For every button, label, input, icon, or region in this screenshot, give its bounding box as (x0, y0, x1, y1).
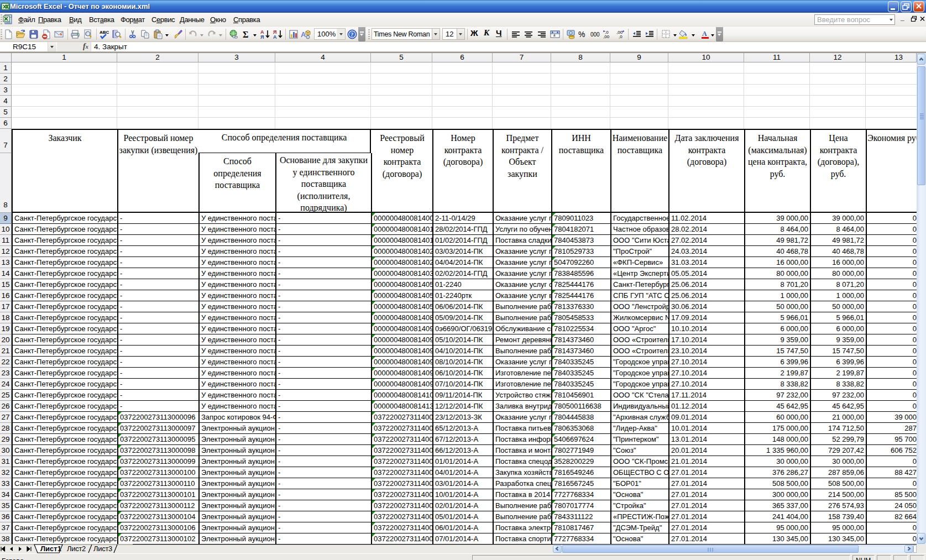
svg-text:Лист2: Лист2 (67, 545, 86, 553)
svg-text:Я: Я (260, 34, 264, 39)
svg-text:?: ? (350, 31, 354, 38)
svg-text:ABC: ABC (100, 30, 109, 35)
svg-text:Лист1: Лист1 (40, 545, 61, 553)
svg-text:%: % (578, 30, 585, 39)
svg-text:,00: ,00 (603, 34, 610, 39)
svg-text:A: A (702, 30, 707, 38)
svg-text:Σ: Σ (243, 30, 248, 39)
svg-text:000: 000 (590, 32, 600, 38)
svg-text:a: a (553, 33, 556, 38)
svg-text:,0: ,0 (619, 34, 622, 39)
svg-text:Лист3: Лист3 (93, 545, 112, 553)
svg-text:А: А (273, 34, 277, 39)
